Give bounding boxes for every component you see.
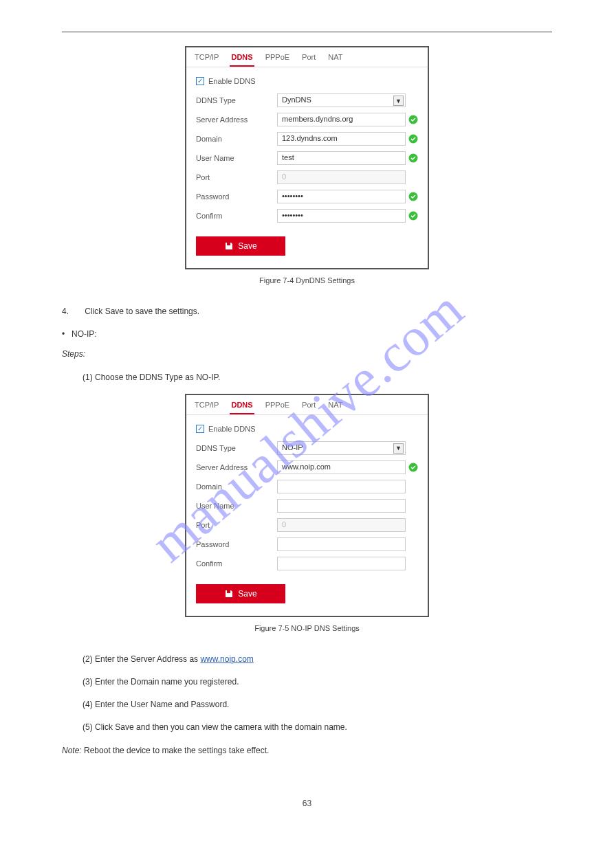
password-input[interactable]: •••••••• [277,190,406,203]
server-address-input[interactable]: www.noip.com [277,460,406,474]
ddns-type-value: NO-IP [282,443,303,452]
save-label: Save [238,241,256,251]
tab-nat[interactable]: NAT [327,401,344,414]
port-input[interactable]: 0 [277,518,406,532]
save-button[interactable]: Save [196,236,285,256]
enable-ddns-label: Enable DDNS [208,425,255,433]
username-input[interactable] [277,499,406,513]
valid-icon [408,192,418,201]
page-number: 63 [62,799,552,808]
save-icon [224,589,234,599]
valid-icon [408,115,418,124]
tab-ddns[interactable]: DDNS [230,53,254,67]
username-input[interactable]: test [277,151,406,165]
steps-label: Steps: [62,348,552,361]
ddns-type-value: DynDNS [282,96,311,104]
ddns-panel-noip: TCP/IP DDNS PPPoE Port NAT ✓ Enable DDNS… [185,394,429,617]
ddns-panel-dyndns: TCP/IP DDNS PPPoE Port NAT ✓ Enable DDNS… [185,46,429,269]
save-icon [224,241,234,251]
port-input[interactable]: 0 [277,170,406,184]
valid-icon [408,153,418,163]
server-address-input[interactable]: members.dyndns.org [277,113,406,126]
tab-port[interactable]: Port [300,53,317,67]
valid-icon [408,211,418,221]
header-rule [62,32,552,32]
save-button[interactable]: Save [196,584,285,603]
enable-ddns-label: Enable DDNS [208,77,255,85]
enable-ddns-checkbox[interactable]: ✓ [196,77,204,85]
ddns-type-select[interactable]: DynDNS ▼ [277,93,406,107]
server-address-label: Server Address [196,463,277,471]
ddns-type-select[interactable]: NO-IP ▼ [277,441,406,455]
username-label: User Name [196,154,277,162]
password-label: Password [196,192,277,201]
save-label: Save [238,589,256,599]
chevron-down-icon: ▼ [393,443,404,454]
instruction-step-4: 4. Click Save to save the settings. [62,305,552,318]
tab-ddns[interactable]: DDNS [230,401,254,414]
port-label: Port [196,521,277,529]
password-label: Password [196,540,277,548]
noip-step-1: (1) Choose the DDNS Type as NO-IP. [83,371,552,384]
valid-icon [408,134,418,144]
noip-step-2: (2) Enter the Server Address as www.noip… [83,653,552,666]
ddns-type-label: DDNS Type [196,444,277,452]
server-address-label: Server Address [196,115,277,124]
noip-step-4: (4) Enter the User Name and Password. [83,698,552,711]
tab-tcpip[interactable]: TCP/IP [193,401,220,414]
tab-pppoe[interactable]: PPPoE [264,401,291,414]
tab-bar: TCP/IP DDNS PPPoE Port NAT [186,47,428,67]
valid-icon [408,463,418,472]
port-label: Port [196,173,277,181]
note-text: Note: Reboot the device to make the sett… [62,744,552,757]
ddns-type-label: DDNS Type [196,96,277,104]
confirm-label: Confirm [196,212,277,220]
noip-heading: •NO-IP: [62,328,552,341]
tab-nat[interactable]: NAT [327,53,344,67]
noip-step-5: (5) Click Save and then you can view the… [83,721,552,734]
tab-bar: TCP/IP DDNS PPPoE Port NAT [186,395,428,415]
confirm-input[interactable] [277,557,406,570]
noip-step-3: (3) Enter the Domain name you registered… [83,676,552,689]
figure-caption-2: Figure 7-5 NO-IP DNS Settings [62,624,552,632]
enable-ddns-checkbox[interactable]: ✓ [196,425,204,433]
domain-label: Domain [196,482,277,491]
domain-input[interactable]: 123.dyndns.com [277,132,406,146]
username-label: User Name [196,502,277,510]
confirm-input[interactable]: •••••••• [277,209,406,223]
domain-label: Domain [196,135,277,143]
password-input[interactable] [277,537,406,551]
tab-tcpip[interactable]: TCP/IP [193,53,220,67]
domain-input[interactable] [277,480,406,493]
figure-caption-1: Figure 7-4 DynDNS Settings [62,276,552,285]
chevron-down-icon: ▼ [393,96,404,106]
tab-port[interactable]: Port [300,401,317,414]
tab-pppoe[interactable]: PPPoE [264,53,291,67]
confirm-label: Confirm [196,559,277,568]
noip-link[interactable]: www.noip.com [200,654,253,664]
